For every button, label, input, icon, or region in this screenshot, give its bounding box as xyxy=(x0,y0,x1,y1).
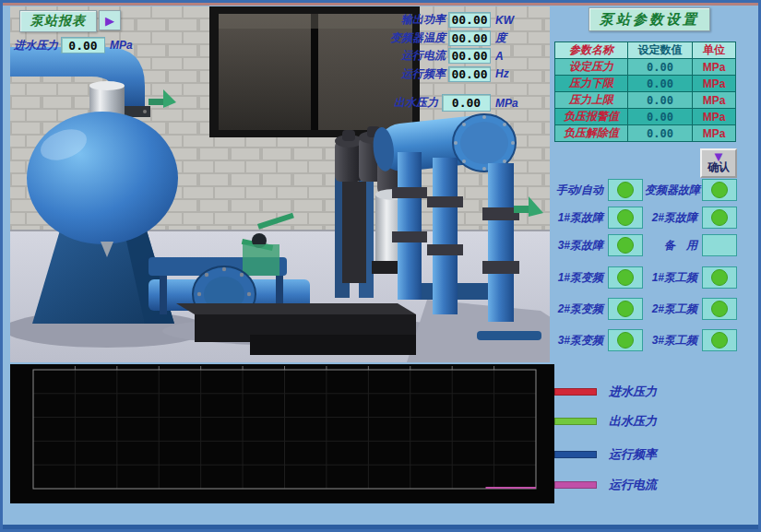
settings-table: 参数名称 设定数值 单位 设定压力 0.00 MPa 压力下限 0.00 MPa… xyxy=(554,41,736,142)
setting-name: 负压解除值 xyxy=(555,125,628,142)
indicator-row: 手动/自动 变频器故障 xyxy=(549,179,737,201)
indicator-label: 3#泵工频 xyxy=(645,333,700,349)
setting-value[interactable]: 0.00 xyxy=(628,59,693,76)
outlet-pressure-value: 0.00 xyxy=(442,94,491,112)
indicator-label: 1#泵变频 xyxy=(549,270,606,286)
indicator-label: 变频器故障 xyxy=(645,183,700,198)
setting-unit: MPa xyxy=(693,59,736,76)
inlet-pressure-value: 0.00 xyxy=(61,37,105,53)
setting-value[interactable]: 0.00 xyxy=(628,109,693,125)
setting-name: 压力下限 xyxy=(555,76,628,92)
readout-unit: A xyxy=(495,50,504,63)
indicator-lamp-box xyxy=(702,179,737,201)
setting-name: 负压报警值 xyxy=(555,109,628,125)
trend-chart xyxy=(10,364,554,503)
col-header-unit: 单位 xyxy=(693,42,736,59)
indicator-label: 备 用 xyxy=(645,238,700,254)
confirm-button[interactable]: ▼ 确认 xyxy=(700,148,737,178)
lamp-icon xyxy=(617,237,634,254)
indicator-label: 1#泵工频 xyxy=(645,270,700,286)
indicator-label: 1#泵故障 xyxy=(549,210,606,226)
indicator-row: 3#泵故障 备 用 xyxy=(549,234,737,256)
confirm-label: 确认 xyxy=(707,161,730,173)
legend-color-bar xyxy=(554,418,597,425)
indicator-label: 手动/自动 xyxy=(549,183,606,198)
inlet-pressure-unit: MPa xyxy=(110,39,133,52)
settings-table-row: 负压报警值 0.00 MPa xyxy=(555,109,736,125)
setting-value[interactable]: 0.00 xyxy=(628,125,693,142)
readout-row: 运行电流 00.00 A xyxy=(383,48,514,64)
legend-item: 运行频率 xyxy=(554,446,657,463)
setting-name: 设定压力 xyxy=(555,59,628,76)
legend-item: 进水压力 xyxy=(554,384,657,400)
setting-name: 压力上限 xyxy=(555,92,628,109)
readout-row: 输出功率 00.00 KW xyxy=(383,12,514,28)
indicator-lamp-box xyxy=(702,266,737,289)
indicator-row: 2#泵变频 2#泵工频 xyxy=(549,298,737,320)
top-edge-strip xyxy=(3,3,758,6)
readout-value: 00.00 xyxy=(448,30,491,46)
indicator-lamp-box xyxy=(608,329,643,351)
col-header-value: 设定数值 xyxy=(628,42,693,59)
lamp-icon xyxy=(617,301,634,317)
indicator-label: 3#泵故障 xyxy=(549,238,606,254)
lamp-icon xyxy=(711,209,728,226)
report-button[interactable]: 泵站报表 xyxy=(19,10,97,32)
setting-unit: MPa xyxy=(693,125,736,142)
settings-table-row: 负压解除值 0.00 MPa xyxy=(555,125,736,142)
legend-item: 运行电流 xyxy=(554,477,657,493)
setting-unit: MPa xyxy=(693,109,736,125)
inlet-pressure-label: 进水压力 xyxy=(14,38,58,53)
indicator-lamp-box xyxy=(702,207,737,229)
setting-unit: MPa xyxy=(693,92,736,109)
indicator-lamp-box xyxy=(702,329,737,351)
lamp-icon xyxy=(711,269,728,286)
col-header-name: 参数名称 xyxy=(555,42,628,59)
readout-unit: 度 xyxy=(495,30,506,46)
settings-table-row: 压力下限 0.00 MPa xyxy=(555,76,736,92)
lamp-icon xyxy=(711,301,728,317)
readout-stack: 输出功率 00.00 KW 变频器温度 00.00 度 运行电流 00.00 A… xyxy=(383,12,514,84)
bottom-edge-strip xyxy=(3,525,758,529)
readout-row: 运行频率 00.00 Hz xyxy=(383,66,514,82)
indicator-label: 2#泵故障 xyxy=(645,210,700,226)
lamp-icon xyxy=(617,209,634,226)
pump-station-3d-view: 泵站报表 ▶ 进水压力 0.00 MPa 输出功率 00.00 KW 变频器温度… xyxy=(10,6,550,362)
settings-table-body: 设定压力 0.00 MPa 压力下限 0.00 MPa 压力上限 0.00 MP… xyxy=(555,59,736,142)
indicator-row: 1#泵故障 2#泵故障 xyxy=(549,207,737,229)
indicator-lamp-box xyxy=(702,234,737,256)
indicator-lamp-box xyxy=(608,234,643,256)
indicator-lamp-box xyxy=(608,207,643,229)
settings-table-row: 压力上限 0.00 MPa xyxy=(555,92,736,109)
setting-value[interactable]: 0.00 xyxy=(628,76,693,92)
hmi-screen: 泵站报表 ▶ 进水压力 0.00 MPa 输出功率 00.00 KW 变频器温度… xyxy=(0,0,761,532)
indicator-row: 1#泵变频 1#泵工频 xyxy=(549,266,737,289)
trend-chart-grid xyxy=(10,364,554,503)
setting-value[interactable]: 0.00 xyxy=(628,92,693,109)
legend-label: 进水压力 xyxy=(609,384,657,400)
readout-label: 运行频率 xyxy=(383,66,446,82)
indicator-lamp-box xyxy=(608,266,643,289)
legend-label: 运行频率 xyxy=(609,446,657,463)
settings-table-header-row: 参数名称 设定数值 单位 xyxy=(555,42,736,59)
setting-unit: MPa xyxy=(693,76,736,92)
indicator-lamp-box xyxy=(608,298,643,320)
settings-panel-title: 泵站参数设置 xyxy=(589,7,710,31)
legend-label: 出水压力 xyxy=(609,413,657,430)
indicator-label: 2#泵工频 xyxy=(645,301,700,317)
lamp-icon xyxy=(617,182,634,198)
readout-value: 00.00 xyxy=(448,48,491,64)
play-icon[interactable]: ▶ xyxy=(99,10,121,30)
readout-label: 运行电流 xyxy=(383,48,446,64)
legend-label: 运行电流 xyxy=(609,477,657,493)
lamp-icon xyxy=(711,332,728,349)
legend-color-bar xyxy=(554,481,597,489)
indicator-label: 3#泵变频 xyxy=(549,333,606,349)
readout-unit: KW xyxy=(495,14,514,27)
readout-label: 变频器温度 xyxy=(383,30,446,46)
lamp-icon xyxy=(617,332,634,349)
settings-table-row: 设定压力 0.00 MPa xyxy=(555,59,736,76)
readout-value: 00.00 xyxy=(448,12,491,28)
legend-color-bar xyxy=(554,388,597,396)
legend-item: 出水压力 xyxy=(554,413,657,430)
